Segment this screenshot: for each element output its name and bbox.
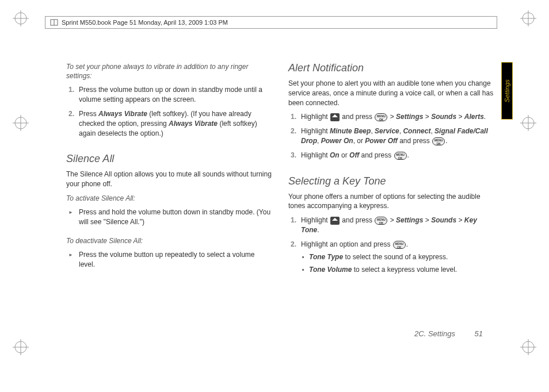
step-text: > <box>456 113 464 121</box>
alert-steps: Highlight and press MENU OK > Settings >… <box>288 112 494 164</box>
softkey-label: Always Vibrate <box>98 110 147 118</box>
list-item: Press the volume button up or down in st… <box>66 85 272 105</box>
step-text: and press <box>359 151 393 159</box>
crop-mark-icon <box>13 115 29 131</box>
menu-ok-icon: MENU OK <box>375 113 387 121</box>
sub-list: Tone Type to select the sound of a keypr… <box>301 252 494 275</box>
step-text: or <box>340 151 349 159</box>
menu-ok-icon: MENU OK <box>394 152 407 160</box>
body-text: The Silence All option allows you to mut… <box>66 170 272 189</box>
step-text: > <box>456 216 464 224</box>
menu-path: Sounds <box>431 216 456 224</box>
book-icon <box>50 18 58 26</box>
step-text: . <box>317 226 319 234</box>
section-heading: Selecting a Key Tone <box>288 175 494 187</box>
menu-ok-icon: MENU OK <box>432 137 445 145</box>
vibrate-steps: Press the volume button up or down in st… <box>66 85 272 143</box>
step-text: Press the volume button up or down in st… <box>79 86 262 103</box>
keytone-steps: Highlight and press MENU OK > Settings >… <box>288 216 494 279</box>
step-text: . <box>406 240 408 248</box>
right-column: Alert Notification Set your phone to ale… <box>288 62 494 346</box>
option-label: Service <box>375 127 399 135</box>
body-text: Your phone offers a number of options fo… <box>288 192 494 212</box>
left-column: To set your phone always to vibrate in a… <box>66 62 272 346</box>
sub-intro: To activate Silence All: <box>66 194 272 203</box>
document-header: Sprint M550.book Page 51 Monday, April 1… <box>45 16 497 29</box>
step-text: Highlight <box>301 216 330 224</box>
page-content: To set your phone always to vibrate in a… <box>66 62 494 346</box>
step-text: Press the volume button up repeatedly to… <box>79 251 255 268</box>
step-text: and press <box>340 113 374 121</box>
step-text: Press and hold the volume button down in… <box>79 208 270 226</box>
list-item: Tone Type to select the sound of a keypr… <box>301 252 494 262</box>
page-footer: 2C. Settings 51 <box>414 329 483 338</box>
section-tab: Settings <box>501 62 513 120</box>
crop-mark-icon <box>520 115 536 131</box>
option-label: On <box>330 151 340 159</box>
home-icon <box>330 217 340 225</box>
option-label: Power On <box>321 137 353 145</box>
step-text: > <box>388 216 396 224</box>
body-text: Set your phone to alert you with an audi… <box>288 79 494 107</box>
crop-mark-icon <box>520 339 536 355</box>
sub-intro: To deactivate Silence All: <box>66 236 272 245</box>
step-text: . <box>407 151 409 159</box>
step-text: > <box>423 216 431 224</box>
page-number: 51 <box>475 329 483 338</box>
list-item: Highlight an option and press MENU OK. T… <box>288 240 494 275</box>
footer-section: 2C. Settings <box>414 329 455 338</box>
menu-path: Settings <box>396 216 423 224</box>
list-item: Highlight and press MENU OK > Settings >… <box>288 216 494 235</box>
step-text: to select the sound of a keypress. <box>343 253 448 261</box>
section-heading: Alert Notification <box>288 62 494 74</box>
option-label: Tone Volume <box>309 266 352 274</box>
list-item: Highlight On or Off and press MENU OK. <box>288 151 494 160</box>
step-text: > <box>388 113 396 121</box>
list-item: Press and hold the volume button down in… <box>66 207 272 227</box>
menu-path: Sounds <box>431 113 456 121</box>
list-item: Tone Volume to select a keypress volume … <box>301 265 494 275</box>
step-text: Highlight <box>301 113 330 121</box>
activate-list: Press and hold the volume button down in… <box>66 207 272 232</box>
step-text: Highlight <box>301 127 330 135</box>
option-label: Power Off <box>365 137 397 145</box>
section-heading: Silence All <box>66 153 272 165</box>
menu-path: Alerts <box>464 113 484 121</box>
list-item: Press Always Vibrate (left softkey). (If… <box>66 109 272 138</box>
menu-path: Settings <box>396 113 423 121</box>
intro-text: To set your phone always to vibrate in a… <box>66 62 272 80</box>
step-text: . <box>445 137 447 145</box>
crop-mark-icon <box>13 339 29 355</box>
section-tab-label: Settings <box>504 79 510 102</box>
crop-mark-icon <box>13 10 29 26</box>
step-text: and press <box>340 216 374 224</box>
step-text: Highlight an option and press <box>301 240 392 248</box>
option-label: Connect <box>403 127 430 135</box>
header-text: Sprint M550.book Page 51 Monday, April 1… <box>62 19 228 26</box>
menu-ok-icon: MENU OK <box>375 217 387 225</box>
list-item: Press the volume button up repeatedly to… <box>66 250 272 270</box>
crop-mark-icon <box>520 10 536 26</box>
option-label: Off <box>349 151 359 159</box>
menu-ok-icon: MENU OK <box>393 241 406 249</box>
step-text: , or <box>353 137 365 145</box>
list-item: Highlight Minute Beep, Service, Connect,… <box>288 126 494 146</box>
step-text: > <box>423 113 431 121</box>
step-text: to select a keypress volume level. <box>352 266 457 274</box>
step-text: Highlight <box>301 151 330 159</box>
step-text: , <box>317 137 321 145</box>
option-label: Minute Beep <box>330 127 371 135</box>
step-text: . <box>484 113 486 121</box>
softkey-label: Always Vibrate <box>169 120 218 128</box>
step-text: and press <box>398 137 432 145</box>
step-text: Press <box>79 110 98 118</box>
list-item: Highlight and press MENU OK > Settings >… <box>288 112 494 122</box>
home-icon <box>330 113 340 121</box>
deactivate-list: Press the volume button up repeatedly to… <box>66 250 272 274</box>
option-label: Tone Type <box>309 253 343 261</box>
